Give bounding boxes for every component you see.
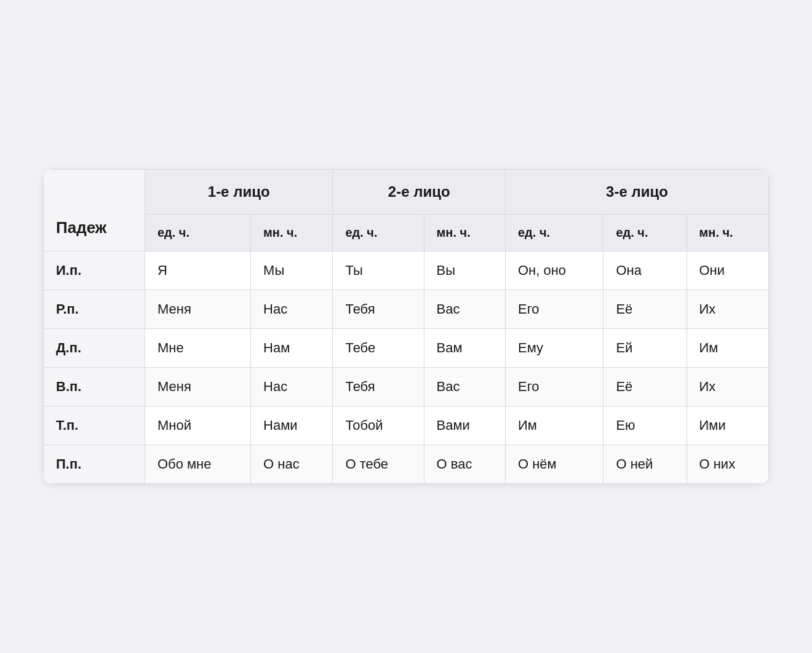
- data-cell: О ней: [603, 445, 687, 484]
- data-cell: Ты: [333, 251, 424, 290]
- data-cell: Его: [505, 290, 603, 329]
- data-cell: Нами: [251, 406, 333, 445]
- data-cell: Тебя: [333, 368, 424, 406]
- data-cell: Вами: [424, 406, 505, 445]
- data-cell: Их: [687, 368, 769, 406]
- data-cell: Ею: [603, 406, 687, 445]
- case-label: П.п.: [44, 445, 145, 484]
- data-cell: Она: [603, 251, 687, 290]
- data-cell: Их: [687, 290, 769, 329]
- data-cell: Её: [603, 290, 687, 329]
- data-cell: Нас: [251, 290, 333, 329]
- data-cell: Его: [505, 368, 603, 406]
- table-row: П.п.Обо мнеО насО тебеО васО нёмО нейО н…: [44, 445, 769, 484]
- data-cell: Вас: [424, 368, 505, 406]
- lico3-ed2-subheader: ед. ч.: [603, 215, 687, 251]
- data-cell: Обо мне: [145, 445, 250, 484]
- data-cell: Он, оно: [505, 251, 603, 290]
- case-label: Д.п.: [44, 329, 145, 368]
- case-label: И.п.: [44, 251, 145, 290]
- table-row: Р.п.МеняНасТебяВасЕгоЕёИх: [44, 290, 769, 329]
- lico1-mn-subheader: мн. ч.: [251, 215, 333, 251]
- data-cell: Её: [603, 368, 687, 406]
- data-cell: Вас: [424, 290, 505, 329]
- data-cell: Нам: [251, 329, 333, 368]
- data-cell: О нём: [505, 445, 603, 484]
- lico1-header: 1-е лицо: [145, 170, 332, 215]
- padezh-header: Падеж: [44, 170, 145, 251]
- data-cell: Нас: [251, 368, 333, 406]
- data-cell: Ими: [687, 406, 769, 445]
- main-table-container: Падеж 1-е лицо 2-е лицо 3-е лицо ед. ч. …: [43, 169, 769, 484]
- data-cell: Мы: [251, 251, 333, 290]
- data-cell: Мной: [145, 406, 250, 445]
- table-row: Т.п.МнойНамиТобойВамиИмЕюИми: [44, 406, 769, 445]
- data-cell: О них: [687, 445, 769, 484]
- table-row: И.п.ЯМыТыВыОн, оноОнаОни: [44, 251, 769, 290]
- lico2-mn-subheader: мн. ч.: [424, 215, 505, 251]
- lico1-ed-subheader: ед. ч.: [145, 215, 250, 251]
- lico2-header: 2-е лицо: [333, 170, 506, 215]
- data-cell: О нас: [251, 445, 333, 484]
- lico3-header: 3-е лицо: [505, 170, 768, 215]
- data-cell: Тобой: [333, 406, 424, 445]
- data-cell: Вы: [424, 251, 505, 290]
- data-cell: Вам: [424, 329, 505, 368]
- data-cell: Ему: [505, 329, 603, 368]
- data-cell: Им: [505, 406, 603, 445]
- data-cell: Мне: [145, 329, 250, 368]
- case-label: Т.п.: [44, 406, 145, 445]
- data-cell: Меня: [145, 368, 250, 406]
- data-cell: Им: [687, 329, 769, 368]
- data-cell: Они: [687, 251, 769, 290]
- case-label: Р.п.: [44, 290, 145, 329]
- lico3-ed-subheader: ед. ч.: [505, 215, 603, 251]
- case-label: В.п.: [44, 368, 145, 406]
- pronoun-declension-table: Падеж 1-е лицо 2-е лицо 3-е лицо ед. ч. …: [43, 169, 769, 484]
- data-cell: О вас: [424, 445, 505, 484]
- table-row: Д.п.МнеНамТебеВамЕмуЕйИм: [44, 329, 769, 368]
- lico2-ed-subheader: ед. ч.: [333, 215, 424, 251]
- table-row: В.п.МеняНасТебяВасЕгоЕёИх: [44, 368, 769, 406]
- data-cell: Тебя: [333, 290, 424, 329]
- data-cell: Тебе: [333, 329, 424, 368]
- lico3-mn-subheader: мн. ч.: [687, 215, 769, 251]
- data-cell: Меня: [145, 290, 250, 329]
- data-cell: Я: [145, 251, 250, 290]
- data-cell: Ей: [603, 329, 687, 368]
- data-cell: О тебе: [333, 445, 424, 484]
